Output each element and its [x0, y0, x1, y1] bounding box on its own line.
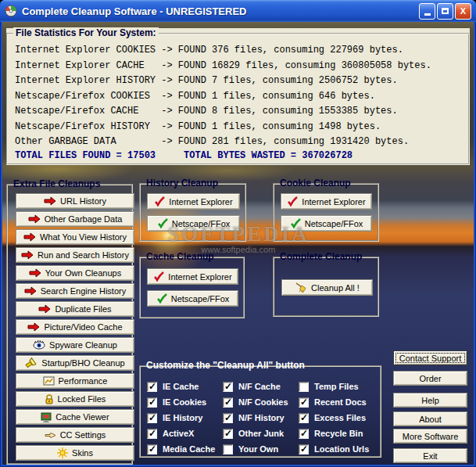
- help-button[interactable]: Help: [393, 393, 467, 408]
- lock-icon: [45, 394, 54, 404]
- app-cd-icon: [5, 5, 17, 17]
- cache-viewer-button[interactable]: Cache Viewer: [16, 409, 134, 425]
- stat-line: Internet Explorer COOKIES -> FOUND 376 f…: [15, 43, 431, 59]
- url-history-button[interactable]: URL History: [16, 193, 134, 209]
- checkbox-nf-history[interactable]: N/F History: [223, 412, 285, 423]
- customize-label: Customize the "Cleanup All" button: [146, 360, 305, 371]
- stat-line: Other GARBAGE DATA -> FOUND 281 files, c…: [15, 135, 431, 150]
- contact-support-button[interactable]: Contact Support: [393, 350, 467, 365]
- cc-settings-button[interactable]: CC Settings: [16, 427, 134, 443]
- checkbox-box[interactable]: [147, 413, 157, 423]
- checkbox-box[interactable]: [299, 413, 309, 423]
- cookie-cleanup-label: Cookie Cleanup: [280, 178, 351, 189]
- green-check-icon: [157, 218, 168, 228]
- red-check-icon: [287, 196, 298, 207]
- performance-button[interactable]: Performance: [16, 373, 134, 389]
- checkbox-box[interactable]: [223, 429, 233, 439]
- checkbox-other-junk[interactable]: Other Junk: [223, 428, 284, 439]
- close-button[interactable]: X: [455, 3, 471, 20]
- red-arrow-icon: [21, 250, 34, 260]
- file-statistics-lines: Internet Explorer COOKIES -> FOUND 376 f…: [15, 43, 431, 150]
- about-button[interactable]: About: [393, 411, 467, 426]
- checkbox-location-urls[interactable]: Location Urls: [299, 444, 369, 454]
- maximize-button[interactable]: [437, 3, 453, 20]
- checkbox-nf-cache[interactable]: N/F Cache: [223, 381, 281, 392]
- statistics-total-line: TOTAL FILES FOUND = 17503 TOTAL BYTES WA…: [15, 150, 353, 161]
- extra-file-cleanups-group: Extra File Cleanups URL History Other Ga…: [6, 179, 133, 465]
- file-statistics-title: File Statistics For Your System:: [13, 27, 159, 38]
- search-engine-history-button[interactable]: Search Engine History: [16, 283, 134, 299]
- flashlight-icon: [25, 357, 38, 368]
- checkbox-activex[interactable]: ActiveX: [147, 428, 194, 439]
- picture-video-cache-button[interactable]: Picture/Video Cache: [16, 319, 134, 335]
- extra-file-cleanups-label: Extra File Cleanups: [13, 178, 100, 189]
- cache-cleanup-label: Cache Cleanup: [146, 251, 214, 262]
- checkbox-box[interactable]: [299, 429, 309, 439]
- checkbox-ie-cookies[interactable]: IE Cookies: [147, 397, 206, 408]
- checkbox-temp-files[interactable]: Temp Files: [299, 381, 359, 392]
- history-netscape-ffox-button[interactable]: Netscape/FFox: [147, 215, 240, 232]
- checkbox-box[interactable]: [223, 444, 233, 454]
- checkbox-box[interactable]: [147, 429, 157, 439]
- checkbox-box[interactable]: [147, 444, 157, 454]
- title-bar[interactable]: Complete Cleanup Software - UNREGISTERED…: [0, 0, 476, 22]
- cache-netscape-ffox-button[interactable]: Netscape/FFox: [147, 290, 238, 307]
- flashlight-icon-button-startup-bho[interactable]: Startup/BHO Cleanup: [16, 355, 134, 371]
- red-arrow-icon: [24, 286, 37, 296]
- complete-cleanup-label: Complete Cleanup: [280, 251, 362, 262]
- cookie-ie-button[interactable]: Internet Explorer: [281, 193, 372, 210]
- order-button[interactable]: Order: [393, 371, 467, 386]
- exit-button[interactable]: Exit: [393, 448, 467, 463]
- file-statistics-panel: File Statistics For Your System: Interne…: [6, 28, 470, 165]
- other-garbage-data-button[interactable]: Other Garbage Data: [16, 211, 134, 227]
- cookie-netscape-ffox-button[interactable]: Netscape/FFox: [281, 215, 372, 232]
- checkbox-excess-files[interactable]: Excess Files: [299, 412, 366, 423]
- checkbox-ie-cache[interactable]: IE Cache: [147, 381, 199, 392]
- more-software-button[interactable]: More Software: [393, 429, 467, 444]
- checkbox-box[interactable]: [299, 444, 309, 454]
- checkbox-box[interactable]: [223, 382, 233, 392]
- your-own-cleanups-button[interactable]: Your Own Cleanups: [16, 265, 134, 281]
- cleanup-all-button[interactable]: Cleanup All !: [281, 279, 373, 296]
- checkbox-media-cache[interactable]: Media Cache: [147, 444, 215, 454]
- stat-line: Netscape/Firefox CACHE -> FOUND 8 files,…: [15, 104, 431, 120]
- stat-line: Internet Explorer HISTORY -> FOUND 7 fil…: [15, 74, 431, 89]
- checkbox-box[interactable]: [223, 413, 233, 423]
- red-check-icon: [154, 196, 165, 207]
- minimize-button[interactable]: [419, 3, 435, 20]
- checkbox-box[interactable]: [223, 397, 233, 408]
- checkbox-nf-cookies[interactable]: N/F Cookies: [223, 397, 288, 408]
- maximize-icon: [442, 8, 449, 14]
- locked-files-button[interactable]: Locked Files: [16, 391, 134, 407]
- skins-button[interactable]: Skins: [16, 445, 134, 461]
- broom-icon: [295, 282, 307, 293]
- checkbox-recent-docs[interactable]: Recent Docs: [299, 397, 367, 408]
- duplicate-files-button[interactable]: Duplicate Files: [16, 301, 134, 317]
- red-arrow-icon: [29, 268, 41, 278]
- cache-cleanup-group: Cache Cleanup Internet Explorer Netscape…: [139, 252, 245, 318]
- red-check-icon: [153, 271, 164, 282]
- checkbox-box[interactable]: [147, 397, 157, 408]
- history-ie-button[interactable]: Internet Explorer: [147, 193, 240, 210]
- cache-ie-button[interactable]: Internet Explorer: [147, 268, 238, 285]
- monitor-icon: [41, 412, 52, 422]
- checkbox-your-own[interactable]: Your Own: [223, 444, 278, 454]
- what-you-view-history-button[interactable]: What You View History: [16, 229, 134, 245]
- sun-icon: [57, 447, 68, 458]
- checkbox-recycle-bin[interactable]: Recycle Bin: [299, 428, 363, 439]
- red-arrow-icon: [38, 304, 51, 314]
- checkbox-box[interactable]: [299, 382, 309, 392]
- customize-cleanup-all-group: Customize the "Cleanup All" button IE Ca…: [139, 361, 381, 458]
- checkbox-box[interactable]: [147, 382, 157, 392]
- minimize-icon: [424, 13, 431, 16]
- spyware-cleanup-button[interactable]: Spyware Cleanup: [16, 337, 134, 353]
- complete-cleanup-group: Complete Cleanup Cleanup All !: [273, 252, 379, 317]
- eye-icon: [33, 340, 45, 350]
- run-and-search-history-button[interactable]: Run and Search History: [16, 247, 134, 263]
- app-window: Complete Cleanup Software - UNREGISTERED…: [0, 0, 476, 467]
- red-arrow-icon: [44, 196, 56, 206]
- checkbox-ie-history[interactable]: IE History: [147, 412, 202, 423]
- checkbox-box[interactable]: [299, 397, 309, 408]
- pointing-hand-icon: [45, 431, 56, 440]
- green-check-icon: [290, 218, 301, 228]
